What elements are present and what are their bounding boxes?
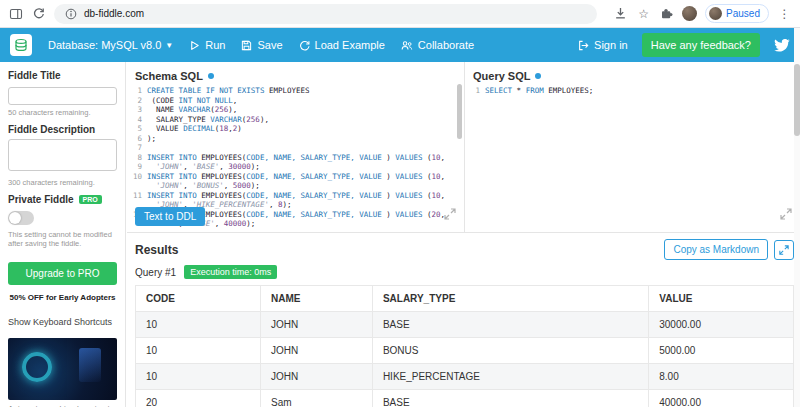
query-title: Query SQL: [473, 70, 530, 82]
pro-badge: PRO: [79, 195, 102, 204]
sync-paused-button[interactable]: Paused: [705, 4, 769, 23]
table-cell: 20: [136, 390, 261, 407]
table-row: 10JOHNHIKE_PERCENTAGE8.00: [136, 364, 794, 390]
side-panel-icon[interactable]: [8, 6, 23, 21]
table-row: 10JOHNBASE30000.00: [136, 312, 794, 338]
collaborate-button[interactable]: Collaborate: [401, 39, 474, 51]
bookmark-star-icon[interactable]: ☆: [636, 6, 651, 21]
line-number: 9: [131, 162, 147, 172]
database-selector-label: Database: MySQL v8.0: [48, 39, 161, 51]
browser-menu-icon[interactable]: ⋮: [777, 6, 792, 21]
table-cell: 10: [136, 338, 261, 364]
page-scrollbar-thumb[interactable]: [794, 64, 800, 136]
table-cell: 5000.00: [649, 338, 794, 364]
browser-toolbar: db-fiddle.com ☆ Paused ⋮: [0, 0, 800, 28]
text-to-ddl-button[interactable]: Text to DDL: [135, 207, 205, 226]
sidebar: Fiddle Title 50 characters remaining. Fi…: [0, 62, 126, 407]
fiddle-title-input[interactable]: [8, 87, 117, 105]
table-cell: BASE: [372, 390, 648, 407]
load-example-button[interactable]: Load Example: [299, 39, 385, 51]
table-cell: 10: [136, 364, 261, 390]
sign-in-button[interactable]: Sign in: [578, 39, 628, 51]
show-keyboard-shortcuts-link[interactable]: Show Keyboard Shortcuts: [8, 317, 117, 327]
column-header-code: CODE: [136, 286, 261, 312]
table-cell: 8.00: [649, 364, 794, 390]
load-example-icon: [299, 40, 310, 51]
db-fiddle-logo[interactable]: [10, 34, 32, 56]
feedback-button[interactable]: Have any feedback?: [642, 33, 760, 57]
twitter-icon[interactable]: [774, 39, 790, 52]
save-button[interactable]: Save: [241, 39, 282, 51]
download-icon[interactable]: [613, 6, 628, 21]
table-cell: JOHN: [261, 338, 373, 364]
fiddle-description-input[interactable]: [8, 139, 117, 171]
site-info-icon[interactable]: [63, 6, 78, 21]
run-label: Run: [205, 39, 225, 51]
column-header-value: VALUE: [649, 286, 794, 312]
expand-schema-panel-icon[interactable]: [444, 206, 456, 224]
profile-avatar[interactable]: [682, 6, 697, 21]
code-line: 'JOHN', 'BONUS', 5000);: [131, 181, 454, 191]
carbon-ad-image[interactable]: [8, 338, 117, 400]
collaborate-label: Collaborate: [418, 39, 474, 51]
title-characters-hint: 50 characters remaining.: [8, 108, 117, 117]
schema-title: Schema SQL: [135, 70, 203, 82]
code-line: 5 VALUE DECIMAL(18,2): [131, 124, 454, 134]
table-cell: JOHN: [261, 364, 373, 390]
table-cell: HIKE_PERCENTAGE: [372, 364, 648, 390]
execution-time-badge: Execution time: 0ms: [184, 265, 277, 279]
code-line: 11INSERT INTO EMPLOYEES(CODE, NAME, SALA…: [131, 191, 454, 201]
collaborate-icon: [401, 40, 413, 51]
private-fiddle-note: This setting cannot be modified after sa…: [8, 230, 117, 250]
table-cell: BASE: [372, 312, 648, 338]
app-header: Database: MySQL v8.0 ▼ Run Save Load Exa…: [0, 28, 800, 62]
table-cell: Sam: [261, 390, 373, 407]
line-number: [131, 181, 147, 191]
url-text: db-fiddle.com: [84, 8, 144, 19]
column-header-name: NAME: [261, 286, 373, 312]
reload-icon[interactable]: [31, 6, 46, 21]
table-header-row: CODENAMESALARY_TYPEVALUE: [136, 286, 794, 312]
line-number: 4: [131, 115, 147, 125]
upgrade-to-pro-button[interactable]: Upgrade to PRO: [8, 262, 117, 285]
table-cell: JOHN: [261, 312, 373, 338]
code-line: 9 'JOHN', 'BASE', 30000);: [131, 162, 454, 172]
ad-graphic-ring: [22, 352, 52, 382]
private-fiddle-label: Private Fiddle: [8, 194, 74, 205]
line-number: 6: [131, 134, 147, 144]
line-number: 5: [131, 124, 147, 134]
fiddle-description-label: Fiddle Description: [8, 124, 117, 135]
address-bar[interactable]: db-fiddle.com: [54, 4, 597, 24]
results-table: CODENAMESALARY_TYPEVALUE 10JOHNBASE30000…: [135, 285, 794, 407]
run-button[interactable]: Run: [189, 39, 225, 51]
line-number: 8: [131, 153, 147, 163]
unsaved-indicator-dot: [535, 73, 541, 79]
extensions-puzzle-icon[interactable]: [659, 6, 674, 21]
line-number: 1: [131, 86, 147, 96]
results-title: Results: [135, 243, 178, 257]
expand-results-button[interactable]: [774, 240, 794, 260]
database-selector[interactable]: Database: MySQL v8.0 ▼: [48, 39, 173, 51]
save-label: Save: [257, 39, 282, 51]
table-cell: BONUS: [372, 338, 648, 364]
query-panel: Query SQL 1SELECT * FROM EMPLOYEES;: [465, 62, 800, 232]
save-icon: [241, 40, 252, 51]
table-row: 20SamBASE40000.00: [136, 390, 794, 407]
line-number: 1: [469, 86, 485, 96]
editor-scrollbar-thumb[interactable]: [457, 84, 462, 139]
query-code-editor[interactable]: 1SELECT * FROM EMPLOYEES;: [469, 86, 790, 232]
schema-panel: Schema SQL 1CREATE TABLE IF NOT EXISTS E…: [127, 62, 465, 232]
code-line: 10INSERT INTO EMPLOYEES(CODE, NAME, SALA…: [131, 172, 454, 182]
profile-avatar-small: [709, 7, 722, 20]
table-cell: 40000.00: [649, 390, 794, 407]
private-fiddle-toggle[interactable]: [8, 211, 34, 225]
description-characters-hint: 300 characters remaining.: [8, 178, 117, 187]
expand-query-panel-icon[interactable]: [780, 206, 792, 224]
line-number: 7: [131, 143, 147, 153]
table-cell: 10: [136, 312, 261, 338]
editor-area: Schema SQL 1CREATE TABLE IF NOT EXISTS E…: [127, 62, 800, 232]
sign-in-label: Sign in: [594, 39, 628, 51]
copy-as-markdown-button[interactable]: Copy as Markdown: [664, 239, 768, 260]
chevron-down-icon: ▼: [165, 41, 173, 50]
line-number: 3: [131, 105, 147, 115]
